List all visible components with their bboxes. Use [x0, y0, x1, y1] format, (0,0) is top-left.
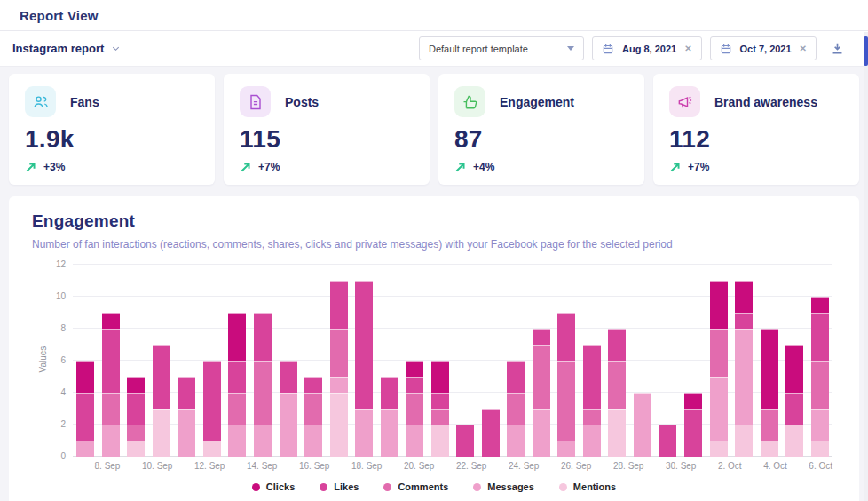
date-from-picker[interactable]: Aug 8, 2021 ✕	[592, 36, 702, 60]
bar-segment-comments	[102, 393, 120, 425]
bar-segment-comments	[304, 393, 322, 425]
chart-bar[interactable]	[250, 265, 276, 457]
page-title: Report View	[20, 8, 99, 23]
kpi-label: Posts	[285, 95, 319, 109]
legend-item-likes[interactable]: Likes	[320, 481, 359, 492]
date-to-picker[interactable]: Oct 7, 2021 ✕	[710, 36, 817, 60]
bars-row	[73, 265, 832, 457]
scrollbar[interactable]	[864, 32, 868, 501]
bar-segment-comments	[330, 329, 348, 377]
report-view-app: Report View Instagram report Default rep…	[0, 0, 868, 501]
bar-segment-messages	[406, 425, 423, 457]
x-tick-label: 24. Sep	[509, 461, 539, 471]
bar-segment-likes	[406, 377, 423, 393]
chart-bar[interactable]	[630, 265, 656, 457]
bar-segment-comments	[710, 329, 728, 377]
bar-segment-clicks	[761, 329, 778, 409]
document-icon	[240, 86, 271, 117]
bar-segment-messages	[304, 425, 322, 457]
close-icon[interactable]: ✕	[800, 44, 807, 53]
chart-bar[interactable]	[275, 265, 301, 457]
bar-segment-messages	[533, 409, 550, 457]
chart-bar[interactable]	[174, 265, 200, 457]
bar-segment-likes	[507, 361, 525, 393]
chart-bar[interactable]	[807, 265, 832, 457]
chart-bar[interactable]	[604, 265, 630, 457]
x-tick-label: 28. Sep	[613, 461, 643, 471]
chart-bar[interactable]	[376, 265, 402, 457]
trend-up-icon	[240, 162, 251, 173]
chart-bar[interactable]	[326, 265, 351, 457]
legend-dot	[559, 483, 567, 491]
bar-segment-mentions	[761, 441, 778, 457]
chart-bar[interactable]	[529, 265, 555, 457]
bar-segment-likes	[178, 377, 195, 409]
bar-segment-clicks	[735, 281, 753, 313]
chart-bar[interactable]	[756, 265, 782, 457]
template-select[interactable]: Default report template	[419, 36, 584, 60]
y-tick-label: 2	[41, 419, 66, 429]
bar-segment-clicks	[785, 345, 803, 393]
select-arrow-icon	[567, 46, 574, 51]
download-icon[interactable]	[830, 41, 845, 56]
x-tick-label: 20. Sep	[404, 461, 434, 471]
scrollbar-thumb[interactable]	[864, 36, 868, 66]
legend-item-comments[interactable]: Comments	[383, 481, 448, 492]
bar-segment-comments	[431, 409, 449, 425]
chart-bar[interactable]	[99, 265, 124, 457]
chart-bar[interactable]	[149, 265, 175, 457]
legend-item-messages[interactable]: Messages	[473, 481, 534, 492]
chart-bar[interactable]	[225, 265, 250, 457]
bar-segment-messages	[381, 409, 398, 457]
bar-segment-likes	[659, 425, 676, 457]
chart-bar[interactable]	[123, 265, 149, 457]
section-title: Engagement	[32, 211, 836, 231]
legend-label: Comments	[398, 481, 448, 492]
chart-bar[interactable]	[427, 265, 453, 457]
kpi-label: Engagement	[500, 95, 574, 109]
bar-segment-mentions	[203, 441, 221, 457]
chart-bar[interactable]	[681, 265, 706, 457]
bar-segment-messages	[76, 441, 94, 457]
kpi-delta: +7%	[688, 161, 709, 173]
legend-dot	[473, 483, 481, 491]
chart-bar[interactable]	[503, 265, 529, 457]
chart-bar[interactable]	[580, 265, 605, 457]
y-tick-label: 6	[41, 355, 66, 365]
chart-bar[interactable]	[782, 265, 808, 457]
chart-bar[interactable]	[200, 265, 225, 457]
bar-segment-messages	[634, 393, 651, 457]
x-tick-label	[643, 461, 666, 471]
x-tick-label: 12. Sep	[194, 461, 225, 471]
chart-bar[interactable]	[478, 265, 504, 457]
chart-bar[interactable]	[351, 265, 377, 457]
legend-item-clicks[interactable]: Clicks	[252, 481, 295, 492]
bar-segment-messages	[557, 441, 575, 457]
bar-segment-likes	[153, 345, 170, 409]
chart-bar[interactable]	[554, 265, 580, 457]
kpi-delta: +7%	[258, 161, 280, 173]
bar-segment-messages	[583, 425, 601, 457]
kpi-card-engagement: Engagement 87 +4%	[438, 74, 644, 185]
x-tick-label	[591, 461, 613, 471]
bar-segment-mentions	[153, 409, 170, 457]
legend-item-mentions[interactable]: Mentions	[559, 481, 616, 492]
bar-segment-likes	[203, 361, 221, 441]
chart-bar[interactable]	[706, 265, 731, 457]
chart-bar[interactable]	[453, 265, 478, 457]
report-name-dropdown[interactable]: Instagram report	[12, 42, 121, 55]
chart-bar[interactable]	[301, 265, 327, 457]
bar-segment-likes	[102, 329, 120, 393]
bar-segment-messages	[330, 377, 348, 393]
x-tick-label: 14. Sep	[247, 461, 277, 471]
chart-legend: ClicksLikesCommentsMessagesMentions	[32, 481, 836, 492]
chart-bar[interactable]	[402, 265, 428, 457]
chart-bar[interactable]	[73, 265, 99, 457]
bar-segment-likes	[330, 281, 348, 329]
close-icon[interactable]: ✕	[684, 44, 691, 53]
kpi-delta: +4%	[473, 161, 494, 173]
chart-bar[interactable]	[731, 265, 757, 457]
bar-segment-messages	[811, 409, 829, 441]
bar-segment-comments	[557, 361, 575, 441]
chart-bar[interactable]	[655, 265, 681, 457]
